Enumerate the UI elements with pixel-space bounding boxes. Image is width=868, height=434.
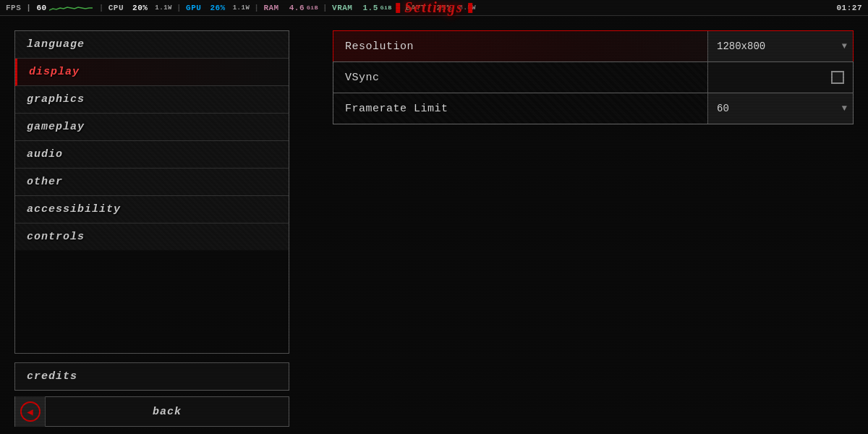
sidebar-item-gameplay[interactable]: gameplay xyxy=(15,114,289,141)
cpu-segment: CPU 20% 1.1W xyxy=(109,4,172,12)
sep1: | xyxy=(99,4,104,12)
sidebar-item-accessibility[interactable]: accessibility xyxy=(15,196,289,224)
ram-label: RAM xyxy=(263,4,278,12)
sidebar-item-controls[interactable]: controls xyxy=(15,224,289,250)
sep4: | xyxy=(323,4,328,12)
sep2: | xyxy=(176,4,182,12)
resolution-select[interactable]: 1280x800 1920x1080 2560x1440 3840x2160 xyxy=(708,31,853,61)
ram-segment: RAM 4.6 GiB xyxy=(263,4,318,12)
sidebar-item-language[interactable]: language xyxy=(15,31,289,59)
gpu-label: GPU xyxy=(186,4,201,12)
vram-segment: VRAM 1.5 GiB xyxy=(332,4,392,12)
credits-button[interactable]: credits xyxy=(14,362,289,391)
vsync-checkbox-wrapper[interactable] xyxy=(708,62,853,93)
framerate-select-wrapper[interactable]: 30 60 120 144 Unlimited ▼ xyxy=(708,93,853,124)
page-title: Settings xyxy=(404,0,464,16)
vram-unit: GiB xyxy=(380,4,392,11)
gpu-percent: 26% xyxy=(210,4,225,12)
sidebar: language display graphics gameplay audio… xyxy=(14,30,289,427)
back-button[interactable]: ◀ back xyxy=(14,396,289,427)
framerate-label: Framerate Limit xyxy=(333,93,707,124)
gpu-segment: GPU 26% 1.1W xyxy=(186,4,250,12)
sidebar-bottom: credits ◀ back xyxy=(14,362,289,427)
resolution-select-wrapper[interactable]: 1280x800 1920x1080 2560x1440 3840x2160 ▼ xyxy=(708,31,853,61)
pulse-left xyxy=(396,3,400,13)
main-content: language display graphics gameplay audio… xyxy=(0,16,868,434)
settings-panel: Resolution 1280x800 1920x1080 2560x1440 … xyxy=(333,30,854,427)
framerate-row: Framerate Limit 30 60 120 144 Unlimited … xyxy=(333,93,854,124)
fps-value: 60 xyxy=(36,4,46,12)
sidebar-item-graphics[interactable]: graphics xyxy=(15,86,289,114)
cpu-percent: 20% xyxy=(132,4,148,12)
cpu-label: CPU xyxy=(109,4,124,12)
vsync-checkbox[interactable] xyxy=(831,71,844,84)
fps-graph xyxy=(49,4,93,12)
framerate-control[interactable]: 30 60 120 144 Unlimited ▼ xyxy=(707,93,853,124)
ram-unit: GiB xyxy=(307,4,318,11)
back-circle-icon: ◀ xyxy=(20,401,41,422)
sidebar-item-other[interactable]: other xyxy=(15,169,289,196)
sep3: | xyxy=(254,4,259,12)
sidebar-item-display[interactable]: display xyxy=(15,59,289,86)
title-area: Settings xyxy=(396,0,472,16)
gpu-watts: 1.1W xyxy=(233,4,250,12)
back-label: back xyxy=(46,406,289,418)
resolution-label: Resolution xyxy=(333,31,707,61)
hud-time: 01:27 xyxy=(836,4,862,12)
vsync-row: VSync xyxy=(333,61,854,93)
vsync-label: VSync xyxy=(333,62,707,93)
ram-value: 4.6 xyxy=(289,4,305,12)
sidebar-item-audio[interactable]: audio xyxy=(15,141,289,169)
hud-bar: FPS | 60 | CPU 20% 1.1W | GPU 26% 1.1W | xyxy=(0,0,868,16)
vram-label: VRAM xyxy=(332,4,352,12)
framerate-select[interactable]: 30 60 120 144 Unlimited xyxy=(708,93,853,124)
resolution-control[interactable]: 1280x800 1920x1080 2560x1440 3840x2160 ▼ xyxy=(707,31,853,61)
resolution-row: Resolution 1280x800 1920x1080 2560x1440 … xyxy=(333,30,854,62)
vram-value: 1.5 xyxy=(362,4,378,12)
vsync-control[interactable] xyxy=(707,62,853,93)
fps-segment: FPS | 60 xyxy=(6,4,47,12)
fps-label: FPS xyxy=(6,4,21,12)
pulse-right xyxy=(468,3,472,13)
sidebar-nav: language display graphics gameplay audio… xyxy=(14,30,289,354)
cpu-watts: 1.1W xyxy=(155,4,172,12)
back-icon: ◀ xyxy=(15,396,46,427)
